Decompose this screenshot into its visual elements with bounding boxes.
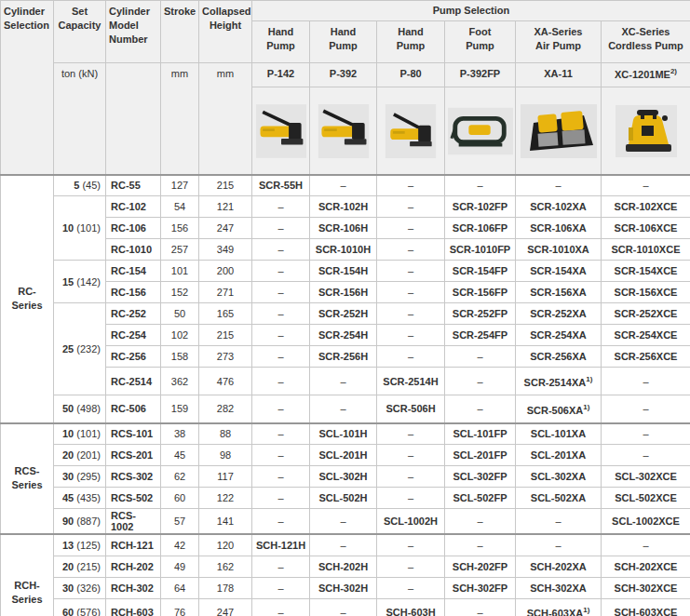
pump-cell: –	[602, 423, 690, 445]
pump-value: –	[643, 180, 648, 191]
pump-model-label: XC-1201ME	[615, 69, 670, 80]
pump-value: SCH-302XA	[530, 583, 587, 594]
capacity-cell: 45 (435)	[54, 488, 106, 509]
pump-cell: –	[377, 445, 445, 466]
pump-value: –	[643, 428, 648, 439]
header-pump-type-5: XC-Series Cordless Pump	[602, 21, 690, 63]
capacity-cell: 10 (101)	[54, 423, 106, 445]
pump-value: SCL-502H	[319, 492, 368, 503]
pump-cell: SCL-201FP	[445, 445, 516, 466]
pump-cell: –	[252, 423, 310, 445]
pump-model-1: P-392	[310, 63, 377, 87]
table-row: 30 (326) RCH-302 64 178 – SCH-302H – SCH…	[1, 577, 690, 598]
pump-value: SCR-254XCE	[615, 329, 678, 341]
header-collapsed-height: Collapsed Height	[199, 1, 252, 63]
stroke-cell: 257	[161, 239, 199, 261]
capacity-cell: 10 (101)	[54, 196, 106, 261]
pump-cell: SCR-154H	[310, 261, 377, 282]
capacity-cell: 5 (45)	[54, 175, 106, 196]
pump-cell: SCH-202FP	[445, 556, 516, 577]
pump-value: –	[277, 287, 283, 298]
pump-cell: SCR-254XCE	[602, 325, 690, 346]
capacity-cell: 20 (215)	[54, 556, 106, 577]
pump-value: SCR-106H	[318, 222, 368, 234]
header-cylinder-selection: Cylinder Selection	[1, 1, 54, 175]
model-cell: RC-254	[106, 325, 161, 346]
pump-cell: –	[377, 423, 445, 445]
stroke-cell: 102	[161, 325, 199, 346]
pump-value: SCR-252XA	[530, 308, 587, 319]
pump-cell: SCL-201XA	[516, 445, 602, 466]
pump-model-5: XC-1201ME2)	[602, 63, 690, 87]
pump-cell: –	[310, 175, 377, 196]
pump-value: SCR-254XA	[530, 329, 587, 341]
capacity-kn: (232)	[76, 343, 101, 355]
pump-cell: –	[310, 598, 377, 616]
footnote-marker: 2)	[670, 67, 677, 75]
table-row: RCH- Series 13 (125) RCH-121 42 120 SCH-…	[1, 534, 690, 556]
pump-cell: SCR-154XA	[516, 261, 602, 282]
stroke-cell: 45	[161, 445, 199, 466]
pump-cell: –	[377, 282, 445, 303]
stroke-cell: 54	[161, 196, 199, 218]
pump-cell: –	[377, 466, 445, 488]
pump-cell: –	[252, 325, 310, 346]
pump-cell: SCR-106XCE	[602, 218, 690, 239]
pump-cell: –	[252, 196, 310, 218]
footnote-marker: 1)	[583, 403, 589, 411]
pump-cell: –	[377, 534, 445, 556]
model-cell: RC-256	[106, 346, 161, 368]
series-label: RC- Series	[1, 175, 54, 423]
capacity-cell: 13 (125)	[54, 534, 106, 556]
pump-cell: –	[252, 488, 310, 509]
pump-cell: SCR-102XA	[516, 196, 602, 218]
pump-cell: SCR-252FP	[445, 303, 516, 325]
pump-cell: SCH-603XA1)	[516, 598, 602, 616]
height-cell: 476	[199, 368, 252, 395]
stroke-cell: 60	[161, 488, 199, 509]
height-cell: 122	[199, 488, 252, 509]
pump-cell: –	[252, 218, 310, 239]
pump-value: SCL-101FP	[453, 428, 507, 439]
stroke-cell: 62	[161, 466, 199, 488]
unit-model-blank	[106, 63, 161, 175]
pump-value: SCR-102XA	[530, 201, 587, 212]
pump-cell: SCR-154XCE	[602, 261, 690, 282]
pump-value: SCR-154FP	[453, 265, 507, 276]
pump-cell: SCR-102H	[310, 196, 377, 218]
pump-value: SCL-201XA	[531, 449, 586, 461]
pump-cell: SCH-302H	[310, 577, 377, 598]
pump-value: –	[408, 540, 413, 551]
pump-value: SCR-102FP	[453, 201, 507, 212]
pump-value: SCR-156XA	[530, 287, 587, 298]
pump-value: –	[643, 376, 648, 387]
stroke-cell: 127	[161, 175, 199, 196]
pump-cell: –	[252, 303, 310, 325]
pump-value: –	[477, 540, 482, 551]
capacity-cell: 50 (498)	[54, 395, 106, 423]
pump-value: –	[277, 351, 283, 362]
pump-value: SCR-102H	[318, 201, 368, 212]
pump-cell: SCR-254FP	[445, 325, 516, 346]
pump-cell: SCR-156H	[310, 282, 377, 303]
pump-cell: SCH-603XCE	[602, 598, 690, 616]
pump-cell: –	[252, 577, 310, 598]
pump-cell: SCL-201H	[310, 445, 377, 466]
pump-value: –	[408, 329, 413, 341]
pump-value: –	[340, 403, 345, 414]
pump-value: SCL-502XA	[531, 492, 586, 503]
pump-cell: –	[377, 175, 445, 196]
pump-value: SCR-1010H	[316, 244, 371, 255]
pump-value: SCR-154XCE	[615, 265, 678, 276]
pump-cell: SCH-121H	[252, 534, 310, 556]
height-cell: 141	[199, 509, 252, 535]
stroke-cell: 50	[161, 303, 199, 325]
height-cell: 98	[199, 445, 252, 466]
pump-cell: –	[377, 261, 445, 282]
pump-model-4: XA-11	[516, 63, 602, 87]
capacity-ton: 20	[62, 449, 74, 461]
pump-cell: –	[377, 325, 445, 346]
capacity-ton: 45	[62, 492, 74, 503]
height-cell: 165	[199, 303, 252, 325]
pump-value: SCR-156FP	[453, 287, 507, 298]
